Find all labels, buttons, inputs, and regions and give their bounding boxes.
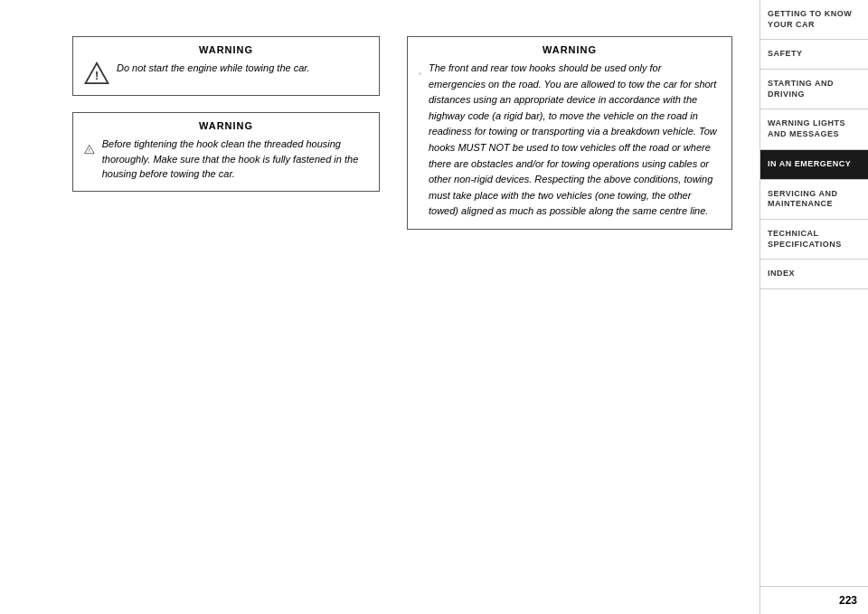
sidebar-item-safety[interactable]: SAFETY xyxy=(760,40,868,70)
sidebar-item-getting-to-know[interactable]: GETTING TO KNOW YOUR CAR xyxy=(760,0,868,40)
main-content: WARNING ! Do not start the engine while … xyxy=(0,0,760,614)
page-number: 223 xyxy=(760,586,868,614)
warning-text-1: Do not start the engine while towing the… xyxy=(117,61,310,76)
sidebar-item-starting-and-driving[interactable]: STARTING AND DRIVING xyxy=(760,70,868,109)
warning-body-3: ! The front and rear tow hooks should be… xyxy=(419,61,721,220)
warning-icon-3: ! xyxy=(419,61,421,86)
warning-body-2: ! Before tightening the hook clean the t… xyxy=(84,137,368,182)
sidebar-item-warning-lights[interactable]: WARNING LIGHTS AND MESSAGES xyxy=(760,109,868,149)
svg-text:!: ! xyxy=(89,147,90,153)
warning-body-1: ! Do not start the engine while towing t… xyxy=(84,61,368,86)
warning-icon-2: ! xyxy=(84,137,95,162)
sidebar-item-index[interactable]: INDEX xyxy=(760,260,868,289)
warning-title-3: WARNING xyxy=(419,44,721,55)
warning-title-2: WARNING xyxy=(84,120,368,131)
right-column: WARNING ! The front and rear tow hooks s… xyxy=(407,36,732,578)
warning-box-3: WARNING ! The front and rear tow hooks s… xyxy=(407,36,732,230)
warning-title-1: WARNING xyxy=(84,44,368,55)
warning-text-2: Before tightening the hook clean the thr… xyxy=(102,137,368,182)
warning-text-3: The front and rear tow hooks should be u… xyxy=(429,61,721,220)
sidebar-item-technical[interactable]: TECHNICAL SPECIFICATIONS xyxy=(760,220,868,260)
warning-box-1: WARNING ! Do not start the engine while … xyxy=(72,36,380,96)
warning-icon-1: ! xyxy=(84,61,109,86)
sidebar: GETTING TO KNOW YOUR CAR SAFETY STARTING… xyxy=(760,0,868,614)
left-column: WARNING ! Do not start the engine while … xyxy=(72,36,380,578)
sidebar-item-servicing[interactable]: SERVICING AND MAINTENANCE xyxy=(760,180,868,220)
svg-text:!: ! xyxy=(95,70,99,82)
warning-box-2: WARNING ! Before tightening the hook cle… xyxy=(72,112,380,192)
sidebar-item-in-an-emergency[interactable]: IN AN EMERGENCY xyxy=(760,150,868,180)
